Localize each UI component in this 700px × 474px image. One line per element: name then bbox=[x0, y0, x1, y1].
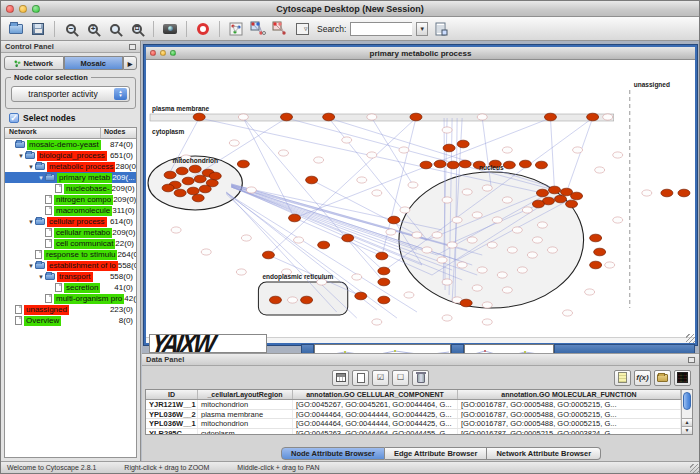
network-node[interactable] bbox=[595, 167, 605, 173]
float-panel-icon[interactable] bbox=[129, 44, 136, 50]
network-node[interactable] bbox=[563, 310, 573, 316]
column-nodes[interactable]: Nodes bbox=[100, 128, 136, 138]
network-node[interactable] bbox=[472, 285, 482, 291]
table-cell[interactable]: [GO:0045263, GO:0044464, GO:0044455, G..… bbox=[293, 429, 458, 435]
network-node[interactable] bbox=[585, 289, 595, 295]
network-node[interactable] bbox=[294, 237, 304, 243]
table-row[interactable]: YPL036W__1mitochondrion[GO:0044464, GO:0… bbox=[146, 419, 681, 429]
zoom-out-button[interactable]: − bbox=[62, 20, 80, 38]
zoom-in-button[interactable]: + bbox=[84, 20, 102, 38]
network-node[interactable] bbox=[238, 114, 248, 120]
network-node-selected[interactable] bbox=[571, 192, 583, 200]
scroll-up-arrow[interactable]: ▲ bbox=[682, 418, 692, 426]
network-node-selected[interactable] bbox=[519, 160, 531, 168]
matrix-view-button[interactable] bbox=[674, 370, 691, 386]
tree-row[interactable]: cell communicat22(0) bbox=[5, 238, 136, 249]
network-node[interactable] bbox=[278, 150, 288, 156]
tree-row[interactable]: secretion41(0) bbox=[5, 282, 136, 293]
table-cell[interactable]: cytoplasm bbox=[198, 429, 293, 435]
network-node-selected[interactable] bbox=[162, 184, 174, 192]
network-node[interactable] bbox=[404, 292, 414, 298]
tree-row[interactable]: cellular metabo209(0) bbox=[5, 227, 136, 238]
tree-row[interactable]: ▼cellular process614(0) bbox=[5, 216, 136, 227]
network-node[interactable] bbox=[442, 279, 452, 285]
attribute-notes-button[interactable] bbox=[614, 370, 631, 386]
tree-row[interactable]: ▼transport558(0) bbox=[5, 271, 136, 282]
table-column-header[interactable]: _cellularLayoutRegion bbox=[198, 390, 293, 399]
tree-row[interactable]: nucleobase-209(0) bbox=[5, 183, 136, 194]
network-node[interactable] bbox=[537, 222, 547, 228]
network-node[interactable] bbox=[512, 227, 522, 233]
network-node-selected[interactable] bbox=[536, 189, 548, 197]
network-node-selected[interactable] bbox=[590, 261, 602, 269]
table-cell[interactable]: plasma membrane bbox=[198, 410, 293, 419]
select-nodes-checkbox[interactable]: ✓ bbox=[9, 113, 19, 123]
network-node-selected[interactable] bbox=[209, 172, 221, 180]
network-node[interactable] bbox=[367, 114, 377, 120]
table-column-header[interactable]: annotation.GO CELLULAR_COMPONENT bbox=[293, 390, 458, 399]
network-node-selected[interactable] bbox=[164, 171, 176, 179]
tree-row[interactable]: mosaic-demo-yeast874(0) bbox=[5, 139, 136, 150]
network-node[interactable] bbox=[487, 242, 497, 248]
tree-row[interactable]: unassigned223(0) bbox=[5, 304, 136, 315]
network-node-selected[interactable] bbox=[535, 161, 547, 169]
network-node[interactable] bbox=[357, 177, 367, 183]
network-node-selected[interactable] bbox=[189, 165, 201, 173]
network-node-selected[interactable] bbox=[447, 161, 459, 169]
network-node[interactable] bbox=[502, 197, 512, 203]
vizmapper-edge-button[interactable] bbox=[271, 20, 289, 38]
network-node[interactable] bbox=[642, 190, 652, 196]
network-node[interactable] bbox=[442, 127, 452, 133]
column-network[interactable]: Network bbox=[5, 128, 100, 138]
network-node[interactable] bbox=[492, 217, 502, 223]
tree-row[interactable]: multi-organism pro42(0) bbox=[5, 293, 136, 304]
network-node[interactable] bbox=[241, 235, 251, 241]
tree-expander-icon[interactable]: ▼ bbox=[37, 175, 45, 181]
network-node[interactable] bbox=[457, 262, 467, 268]
network-node-selected[interactable] bbox=[587, 113, 599, 121]
network-node[interactable] bbox=[352, 274, 362, 280]
table-column-header[interactable]: ID bbox=[146, 390, 198, 399]
network-node-selected[interactable] bbox=[410, 113, 422, 121]
table-cell[interactable]: [GO:0016787, GO:0005215, GO:0003824, G..… bbox=[458, 429, 681, 435]
network-node-selected[interactable] bbox=[306, 176, 318, 184]
tab-overflow-button[interactable]: ▶ bbox=[123, 56, 137, 70]
tab-node-attribute-browser[interactable]: Node Attribute Browser bbox=[281, 447, 385, 460]
network-node[interactable] bbox=[236, 269, 246, 275]
network-node-selected[interactable] bbox=[176, 167, 188, 175]
network-node-selected[interactable] bbox=[590, 234, 602, 242]
tab-mosaic[interactable]: Mosaic bbox=[64, 56, 124, 70]
tree-row[interactable]: Overview8(0) bbox=[5, 315, 136, 326]
network-node-selected[interactable] bbox=[503, 161, 515, 169]
network-node[interactable] bbox=[522, 207, 532, 213]
snapshot-button[interactable] bbox=[161, 20, 179, 38]
table-cell[interactable]: [GO:0016787, GO:0005488, GO:0005215, G..… bbox=[458, 400, 681, 409]
network-node-selected[interactable] bbox=[443, 144, 455, 152]
network-node-selected[interactable] bbox=[199, 185, 211, 193]
network-node[interactable] bbox=[472, 212, 482, 218]
tree-row[interactable]: macromolecule311(0) bbox=[5, 205, 136, 216]
open-session-button[interactable] bbox=[7, 20, 25, 38]
table-cell[interactable]: [GO:0044464, GO:0044444, GO:0044425, G..… bbox=[293, 419, 458, 428]
network-node[interactable] bbox=[547, 247, 557, 253]
network-node-selected[interactable] bbox=[594, 248, 606, 256]
network-node[interactable] bbox=[422, 247, 432, 253]
network-node[interactable] bbox=[386, 229, 396, 235]
attribute-table[interactable]: ID_cellularLayoutRegionannotation.GO CEL… bbox=[146, 390, 681, 434]
tab-edge-attribute-browser[interactable]: Edge Attribute Browser bbox=[385, 447, 487, 460]
minimized-window-thumbnail[interactable]: YAIXW bbox=[149, 334, 267, 353]
table-row[interactable]: YLR295Ccytoplasm[GO:0045263, GO:0044464,… bbox=[146, 429, 681, 435]
network-node-selected[interactable] bbox=[355, 292, 367, 300]
network-node[interactable] bbox=[412, 232, 422, 238]
table-cell[interactable]: [GO:0045267, GO:0045261, GO:0044464, G..… bbox=[293, 400, 458, 409]
network-node-selected[interactable] bbox=[548, 186, 560, 194]
network-node-selected[interactable] bbox=[420, 161, 432, 169]
network-node-selected[interactable] bbox=[554, 195, 566, 203]
network-node[interactable] bbox=[527, 252, 537, 258]
tree-expander-icon[interactable]: ▼ bbox=[27, 219, 35, 225]
network-node[interactable] bbox=[400, 207, 410, 213]
tree-expander-icon[interactable]: ▼ bbox=[37, 274, 45, 280]
network-node[interactable] bbox=[497, 272, 507, 278]
tree-expander-icon[interactable]: ▼ bbox=[17, 153, 25, 159]
network-node[interactable] bbox=[432, 232, 442, 238]
